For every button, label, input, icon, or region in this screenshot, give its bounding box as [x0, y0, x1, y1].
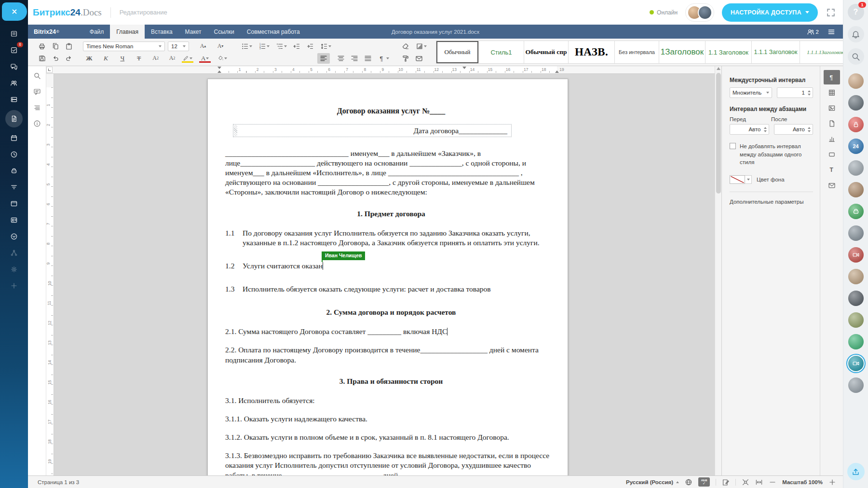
- superscript-button[interactable]: A2: [149, 53, 162, 64]
- numbered-list-button[interactable]: 123: [256, 41, 272, 52]
- shape-settings-button[interactable]: [824, 147, 840, 162]
- save-button[interactable]: [36, 53, 48, 64]
- spinner-up[interactable]: [808, 90, 811, 92]
- menu-hamburger-icon[interactable]: [827, 28, 835, 36]
- tab-selector[interactable]: [46, 67, 53, 73]
- image-settings-button[interactable]: [824, 101, 840, 115]
- strip-comments-button[interactable]: [31, 86, 43, 98]
- style-1Заголовок[interactable]: 1Заголовок: [659, 41, 705, 63]
- horizontal-ruler[interactable]: 12345678910111213141516171819: [46, 66, 715, 74]
- recent-chat-avatar-2[interactable]: [848, 95, 864, 111]
- dock-search-button[interactable]: [848, 48, 864, 65]
- fill-color-button[interactable]: [214, 53, 231, 64]
- background-color-swatch[interactable]: [730, 175, 745, 184]
- recent-chat-avatar-4[interactable]: 24: [848, 139, 864, 154]
- font-name-select[interactable]: Times New Roman: [83, 42, 165, 51]
- bullet-list-button[interactable]: [238, 41, 255, 52]
- style-Без интервала[interactable]: Без интервала: [615, 41, 659, 63]
- spinner-down[interactable]: [808, 94, 811, 96]
- notifications-button[interactable]: [848, 26, 864, 42]
- shading-button[interactable]: [413, 41, 429, 52]
- recent-chat-avatar-1[interactable]: [848, 73, 864, 89]
- recent-chat-avatar-14[interactable]: [848, 356, 864, 371]
- spinner-up[interactable]: [764, 127, 767, 129]
- line-spacing-value-spinner[interactable]: 1: [777, 87, 814, 98]
- recent-chat-avatar-7[interactable]: [848, 204, 864, 219]
- right-indent-marker[interactable]: [555, 70, 559, 73]
- sidebar-item-time[interactable]: [6, 149, 22, 160]
- help-button[interactable]: ? 1: [848, 4, 864, 20]
- increase-font-button[interactable]: A▴: [197, 41, 209, 52]
- scroll-up-arrow[interactable]: [717, 67, 720, 70]
- font-color-button[interactable]: A: [197, 53, 213, 64]
- date-content-control[interactable]: Дата договора_____________: [233, 124, 512, 137]
- spellcheck-button[interactable]: АБВ ✓: [698, 477, 710, 487]
- recent-chat-avatar-15[interactable]: [848, 377, 864, 393]
- justify-button[interactable]: [362, 53, 374, 64]
- paragraph-settings-button[interactable]: ¶: [824, 70, 840, 84]
- advanced-settings-link[interactable]: Дополнительные параметры: [730, 199, 813, 205]
- spinner-down[interactable]: [764, 130, 767, 132]
- recent-chat-avatar-8[interactable]: [848, 225, 864, 241]
- vertical-scrollbar[interactable]: [715, 66, 721, 475]
- decrease-indent-button[interactable]: [290, 41, 303, 52]
- access-settings-button[interactable]: НАСТРОЙКА ДОСТУПА: [722, 3, 818, 22]
- italic-button[interactable]: К: [99, 53, 112, 64]
- align-center-button[interactable]: [335, 53, 347, 64]
- recent-chat-avatar-5[interactable]: [848, 160, 864, 176]
- sidebar-item-settings[interactable]: [6, 264, 22, 275]
- align-right-button[interactable]: [348, 53, 361, 64]
- recent-chat-avatar-11[interactable]: [848, 291, 864, 306]
- sidebar-item-calendar[interactable]: [6, 132, 22, 144]
- style-Стиль1[interactable]: Стиль1: [479, 41, 524, 63]
- first-line-indent-marker[interactable]: [217, 67, 221, 69]
- increase-indent-button[interactable]: [304, 41, 316, 52]
- spinner-up[interactable]: [808, 127, 811, 129]
- recent-chat-avatar-10[interactable]: [848, 269, 864, 284]
- headerfooter-settings-button[interactable]: [824, 116, 840, 131]
- background-color-dropdown[interactable]: [745, 175, 752, 184]
- spacing-before-spinner[interactable]: Авто: [730, 124, 769, 135]
- sidebar-item-company[interactable]: [6, 214, 22, 226]
- set-language-icon[interactable]: [685, 478, 692, 486]
- tab-stop-marker[interactable]: [462, 67, 466, 69]
- sidebar-item-more[interactable]: [6, 231, 22, 242]
- sidebar-item-add[interactable]: [6, 280, 22, 292]
- undo-button[interactable]: [49, 53, 62, 64]
- recent-chat-avatar-12[interactable]: [848, 312, 864, 328]
- document-page[interactable]: Договор оказания услуг №____Дата договор…: [207, 79, 568, 475]
- scrollbar-thumb[interactable]: [716, 73, 721, 194]
- recent-chat-avatar-13[interactable]: [848, 334, 864, 349]
- track-changes-icon[interactable]: [722, 478, 730, 486]
- zoom-in-button[interactable]: [828, 478, 836, 486]
- sidebar-item-automation[interactable]: [6, 165, 22, 177]
- sidebar-item-crm[interactable]: [6, 181, 22, 193]
- sidebar-item-sites[interactable]: [6, 198, 22, 209]
- bold-button[interactable]: Ж: [83, 53, 95, 64]
- underline-button[interactable]: Ч: [116, 53, 129, 64]
- recent-chat-avatar-6[interactable]: [848, 182, 864, 197]
- zoom-out-button[interactable]: [769, 478, 776, 486]
- clear-style-button[interactable]: [399, 41, 412, 52]
- style-Обычный спр[interactable]: Обычный спр: [524, 41, 569, 63]
- copy-button[interactable]: [49, 41, 62, 52]
- tab-Ссылки[interactable]: Ссылки: [208, 25, 241, 39]
- mailmerge-settings-button[interactable]: [824, 178, 840, 193]
- active-users-button[interactable]: 2: [807, 28, 819, 36]
- close-button[interactable]: [2, 2, 27, 21]
- nonprinting-chars-button[interactable]: ¶: [375, 53, 392, 64]
- style-Обычный[interactable]: Обычный: [436, 41, 479, 63]
- decrease-font-button[interactable]: A▾: [214, 41, 227, 52]
- highlight-color-button[interactable]: [179, 53, 196, 64]
- table-settings-button[interactable]: [824, 85, 840, 100]
- recent-chat-avatar-3[interactable]: [848, 117, 864, 132]
- left-indent-marker[interactable]: [217, 70, 221, 73]
- font-size-select[interactable]: 12: [168, 42, 189, 51]
- copy-style-button[interactable]: [399, 53, 412, 64]
- sidebar-item-employees[interactable]: [6, 77, 22, 89]
- recent-chat-avatar-9[interactable]: [848, 247, 864, 263]
- tab-Главная[interactable]: Главная: [110, 25, 145, 39]
- textart-settings-button[interactable]: Т: [824, 163, 840, 177]
- tab-Совместная работа[interactable]: Совместная работа: [241, 25, 306, 39]
- fit-page-icon[interactable]: [742, 478, 749, 486]
